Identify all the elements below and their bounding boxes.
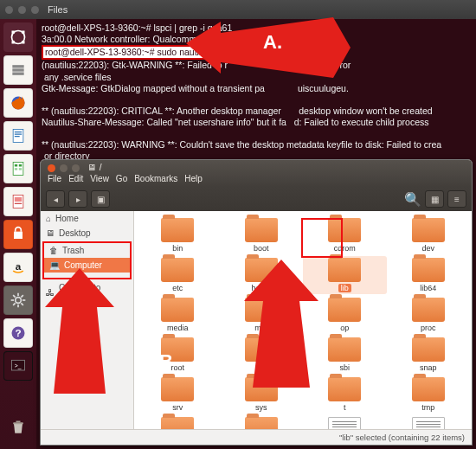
- menu-edit[interactable]: Edit: [68, 174, 83, 183]
- file-label: boot: [254, 244, 269, 253]
- folder-icon: [245, 218, 278, 242]
- folder-icon: [412, 258, 445, 282]
- files-icon[interactable]: [3, 55, 33, 85]
- svg-rect-15: [19, 164, 22, 167]
- file-label: srv: [172, 403, 183, 412]
- file-item[interactable]: [387, 415, 471, 429]
- window-min-icon[interactable]: [18, 6, 26, 14]
- folder-icon: [328, 337, 361, 362]
- file-label: proc: [421, 324, 436, 332]
- file-label: sbi: [339, 363, 350, 372]
- file-item[interactable]: initrd.img: [303, 415, 387, 429]
- file-label: tmp: [421, 403, 434, 412]
- maximize-icon[interactable]: [72, 164, 80, 172]
- dash-icon[interactable]: [3, 22, 33, 52]
- file-label: run: [255, 363, 267, 372]
- file-item[interactable]: home: [220, 256, 304, 294]
- file-label: lib64: [420, 284, 436, 292]
- calc-icon[interactable]: [3, 154, 33, 183]
- amazon-icon[interactable]: a: [3, 253, 33, 282]
- file-item[interactable]: run: [220, 336, 304, 374]
- minimize-icon[interactable]: [60, 164, 68, 172]
- folder-icon: [412, 298, 445, 322]
- svg-rect-21: [14, 232, 23, 239]
- menu-help[interactable]: Help: [184, 174, 203, 183]
- file-item[interactable]: op: [303, 296, 387, 334]
- window-close-icon[interactable]: [5, 6, 13, 14]
- file-label: t: [344, 403, 346, 412]
- file-item[interactable]: etc: [136, 256, 220, 294]
- file-item[interactable]: proc: [387, 296, 471, 334]
- sidebar-item-computer[interactable]: 💻Computer: [44, 258, 130, 273]
- search-icon[interactable]: 🔍: [404, 191, 421, 208]
- software-icon[interactable]: [3, 220, 33, 249]
- file-item[interactable]: media: [136, 296, 220, 334]
- menu-file[interactable]: File: [48, 174, 61, 183]
- file-item[interactable]: sys: [220, 375, 304, 414]
- forward-button[interactable]: ▸: [68, 190, 87, 208]
- view-grid-button[interactable]: ▦: [425, 190, 444, 208]
- view-list-button[interactable]: ≡: [447, 190, 466, 208]
- file-item[interactable]: var: [220, 415, 304, 429]
- folder-icon: [328, 377, 361, 401]
- svg-rect-16: [15, 168, 17, 170]
- svg-rect-20: [15, 203, 22, 204]
- computer-path-button[interactable]: ▣: [91, 190, 110, 208]
- sidebar-item-label: Trash: [62, 246, 84, 255]
- menu-bookmarks[interactable]: Bookmarks: [134, 174, 177, 183]
- file-item[interactable]: sbi: [303, 336, 387, 374]
- terminal-line: root@dell-XPS-13-9360:~# lspci | grep -i…: [42, 22, 334, 44]
- folder-icon: [412, 377, 445, 401]
- svg-rect-14: [15, 164, 17, 167]
- window-max-icon[interactable]: [31, 6, 39, 14]
- nautilus-sidebar: ⌂Home🖥Desktop🗑Trash💻Computer🖧Connect to …: [41, 211, 134, 429]
- file-item[interactable]: bin: [136, 216, 220, 254]
- file-item[interactable]: mnt: [220, 296, 304, 334]
- menu-view[interactable]: View: [90, 174, 109, 183]
- menu-go[interactable]: Go: [116, 174, 127, 183]
- sidebar-item-desktop[interactable]: 🖥Desktop: [41, 226, 133, 241]
- file-item[interactable]: srv: [136, 375, 220, 414]
- close-icon[interactable]: [48, 164, 55, 172]
- window-title: Files: [48, 4, 68, 15]
- back-button[interactable]: ◂: [46, 190, 65, 208]
- file-item[interactable]: usr: [136, 415, 220, 429]
- trash-icon[interactable]: [3, 413, 33, 442]
- svg-rect-36: [13, 422, 23, 424]
- svg-line-28: [13, 295, 16, 298]
- nautilus-file-pane[interactable]: binbootcdromdevetchomeliblib64mediamntop…: [134, 211, 472, 429]
- writer-icon[interactable]: [3, 121, 33, 151]
- sidebar-item-connect-to-server[interactable]: 🖧Connect to Server: [41, 280, 133, 305]
- nautilus-statusbar: "lib" selected (containing 22 items): [41, 429, 472, 445]
- folder-icon: [412, 218, 445, 242]
- sidebar-item-home[interactable]: ⌂Home: [41, 211, 133, 226]
- file-item[interactable]: snap: [387, 336, 471, 374]
- firefox-icon[interactable]: [3, 88, 33, 118]
- file-item[interactable]: lib: [303, 256, 387, 294]
- folder-icon: [245, 337, 278, 362]
- folder-icon: [328, 218, 361, 242]
- file-item[interactable]: lib64: [387, 256, 471, 294]
- impress-icon[interactable]: [3, 187, 33, 216]
- file-item[interactable]: root: [136, 336, 220, 374]
- file-item[interactable]: dev: [387, 216, 471, 254]
- file-icon: [412, 417, 445, 429]
- svg-text:a: a: [16, 260, 22, 272]
- terminal-icon[interactable]: >_: [3, 351, 33, 381]
- file-item[interactable]: boot: [220, 216, 304, 254]
- settings-icon[interactable]: [3, 285, 33, 315]
- help-icon[interactable]: ?: [3, 318, 33, 348]
- window-titlebar: Files: [0, 0, 476, 19]
- folder-icon: [161, 218, 194, 242]
- file-item[interactable]: t: [303, 375, 387, 414]
- svg-rect-2: [22, 31, 24, 34]
- home-icon: ⌂: [46, 214, 51, 223]
- file-item[interactable]: tmp: [387, 375, 471, 414]
- svg-rect-5: [12, 65, 23, 67]
- unity-launcher: a ? >_: [0, 19, 36, 449]
- sidebar-item-trash[interactable]: 🗑Trash: [44, 243, 130, 258]
- svg-rect-19: [15, 197, 22, 202]
- file-item[interactable]: cdrom: [303, 216, 387, 254]
- svg-rect-17: [19, 168, 22, 170]
- desktop-area: root@dell-XPS-13-9360:~# lspci | grep -i…: [36, 19, 476, 449]
